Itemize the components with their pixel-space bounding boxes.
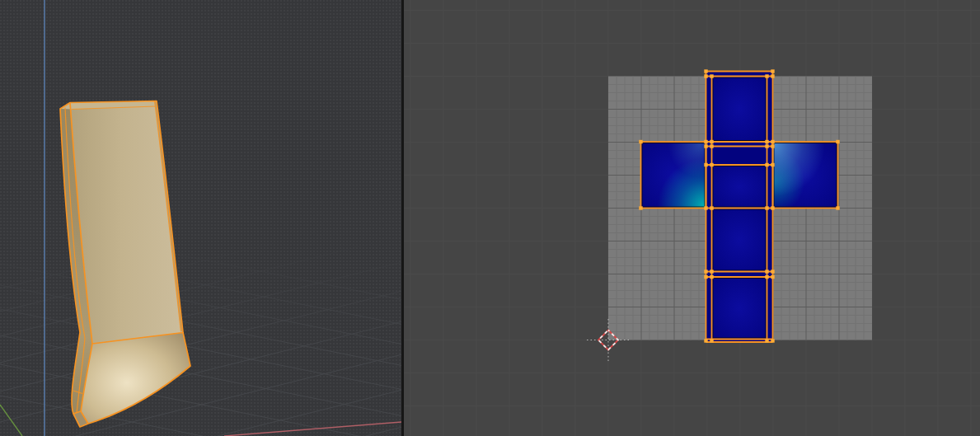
blender-workspace <box>0 0 980 436</box>
slab-base-face <box>81 333 190 424</box>
axis-y-line <box>0 405 22 436</box>
viewport-3d[interactable] <box>0 0 401 436</box>
uv-island-column[interactable] <box>706 72 773 343</box>
slab-mesh-object[interactable] <box>60 101 190 428</box>
uv-island-right-face[interactable] <box>773 142 838 209</box>
floor-grid <box>0 185 401 436</box>
uv-island-left-face[interactable] <box>641 142 706 209</box>
uv-editor[interactable] <box>404 0 980 436</box>
